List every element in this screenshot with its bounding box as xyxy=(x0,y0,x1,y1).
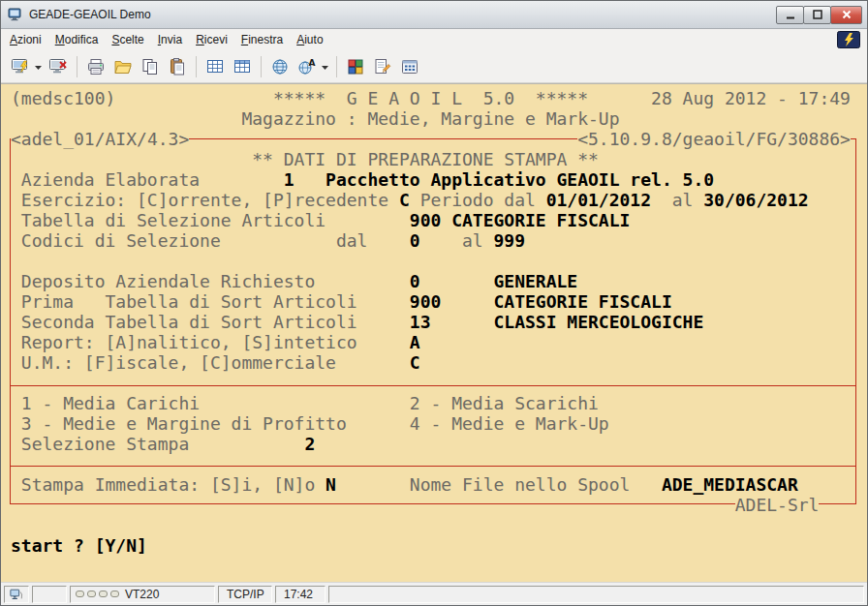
toolbar: A xyxy=(1,50,867,83)
status-protocol-label: TCP/IP xyxy=(227,588,264,601)
status-connection xyxy=(4,586,29,603)
close-button[interactable] xyxy=(830,6,862,24)
charset-button[interactable]: A xyxy=(294,54,320,79)
terminal-line: ADEL-Srl xyxy=(11,495,863,515)
status-terminal-type-label: VT220 xyxy=(125,588,159,601)
menu-invia[interactable]: Invia xyxy=(151,30,189,49)
status-session xyxy=(32,586,67,603)
notes-button[interactable] xyxy=(370,54,395,79)
close-icon xyxy=(841,9,852,20)
led-indicator xyxy=(99,591,108,597)
status-protocol: TCP/IP xyxy=(218,586,272,603)
terminal-screen[interactable]: (medsc100)***** G E A O I L 5.0 *****28 … xyxy=(1,83,867,582)
status-clock-label: 17:42 xyxy=(284,588,313,601)
status-message xyxy=(328,586,864,603)
led-indicator xyxy=(76,591,84,597)
menu-modifica[interactable]: Modifica xyxy=(48,30,106,49)
terminal-text: (medsc100)***** G E A O I L 5.0 *****28 … xyxy=(11,88,863,556)
terminal-line: Report: [A]nalitico, [S]inteticoA xyxy=(11,332,863,352)
grid-setup-button[interactable] xyxy=(230,54,255,79)
terminal-line: U.M.: [F]iscale, [C]ommercialeC xyxy=(11,352,863,373)
terminal-line: 3 - Medie e Margine di Profitto4 - Medie… xyxy=(11,413,863,434)
print-button[interactable] xyxy=(83,54,108,79)
menu-bar: AzioniModificaScelteInviaRiceviFinestraA… xyxy=(1,29,867,50)
terminal-line: Azienda Elaborata1Pacchetto Applicativo … xyxy=(11,169,863,190)
minimize-button[interactable] xyxy=(776,6,804,24)
toolbar-separator xyxy=(261,56,262,77)
terminal-line xyxy=(11,251,863,271)
terminal-line: Prima Tabella di Sort Articoli900CATEGOR… xyxy=(11,291,863,312)
terminal-line: Magazzino : Medie, Margine e Mark-Up xyxy=(11,108,863,129)
terminal-line: Codici di Selezionedal0al999 xyxy=(11,230,863,251)
menu-items: AzioniModificaScelteInviaRiceviFinestraA… xyxy=(3,30,330,49)
terminal-line: Stampa Immediata: [S]i, [N]oNNome File n… xyxy=(11,474,863,495)
connect-session-button[interactable] xyxy=(8,54,33,79)
status-bar: VT220TCP/IP17:42 xyxy=(1,582,867,605)
terminal-line: <adel_01/AIX/4.3><5.10.9.8/geaoil/FG/308… xyxy=(11,129,863,149)
terminal-line: Seconda Tabella di Sort Articoli13CLASSI… xyxy=(11,312,863,332)
copy-button[interactable] xyxy=(138,54,163,79)
status-clock: 17:42 xyxy=(275,586,326,603)
svg-text:A: A xyxy=(309,58,316,68)
status-terminal-type: VT220 xyxy=(70,586,215,603)
title-bar: GEADE-GEAOIL Demo xyxy=(1,1,867,29)
menu-scelte[interactable]: Scelte xyxy=(105,30,150,49)
menu-ricevi[interactable]: Ricevi xyxy=(189,30,234,49)
window-icon xyxy=(8,7,23,22)
terminal-line xyxy=(11,454,863,474)
keyboard-map-button[interactable] xyxy=(267,54,293,79)
window-title: GEADE-GEAOIL Demo xyxy=(29,8,777,21)
minimize-icon xyxy=(785,9,796,20)
terminal-line: (medsc100)***** G E A O I L 5.0 *****28 … xyxy=(11,88,863,108)
toolbar-separator xyxy=(77,56,78,77)
grid-view-button[interactable] xyxy=(202,54,228,79)
menu-azioni[interactable]: Azioni xyxy=(3,30,48,49)
paste-button[interactable] xyxy=(165,54,190,79)
open-file-button[interactable] xyxy=(110,54,136,79)
terminal-line: Deposito Aziendale Richiesto0GENERALE xyxy=(11,271,863,291)
terminal-line: 1 - Media Carichi2 - Media Scarichi xyxy=(11,393,863,413)
disconnect-session-button[interactable] xyxy=(46,54,71,79)
menu-finestra[interactable]: Finestra xyxy=(234,30,290,49)
menu-aiuto[interactable]: Aiuto xyxy=(290,30,329,49)
display-colors-button[interactable] xyxy=(343,54,368,79)
softkeys-button[interactable] xyxy=(397,54,422,79)
terminal-line: Selezione Stampa2 xyxy=(11,434,863,454)
terminal-line: Esercizio: [C]orrente, [P]recedenteCPeri… xyxy=(11,190,863,210)
toolbar-separator xyxy=(196,56,197,77)
caption-buttons xyxy=(777,6,862,24)
led-indicator xyxy=(110,591,119,597)
lightning-icon xyxy=(837,31,860,48)
maximize-icon xyxy=(812,9,823,20)
charset-dropdown-caret[interactable] xyxy=(321,54,331,79)
terminal-line: start ? [Y/N] xyxy=(11,535,863,556)
terminal-line xyxy=(11,373,863,393)
led-indicator xyxy=(87,591,96,597)
terminal-line xyxy=(11,515,863,535)
terminal-line: ** DATI DI PREPARAZIONE STAMPA ** xyxy=(11,149,863,169)
maximize-button[interactable] xyxy=(803,6,831,24)
connect-dropdown-caret[interactable] xyxy=(34,54,45,79)
toolbar-separator xyxy=(336,56,337,77)
terminal-line: Tabella di Selezione Articoli900CATEGORI… xyxy=(11,210,863,230)
app-window: GEADE-GEAOIL Demo AzioniModificaScelteIn… xyxy=(0,0,868,606)
